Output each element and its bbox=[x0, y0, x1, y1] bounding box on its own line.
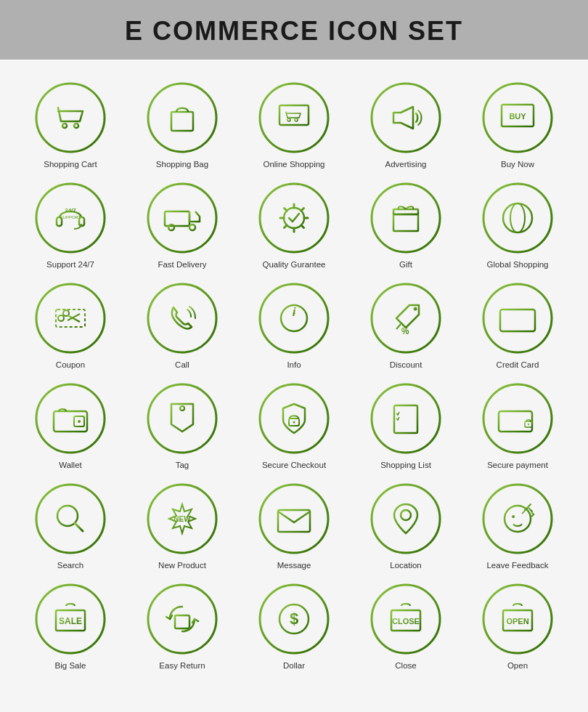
coupon-label: Coupon bbox=[56, 360, 85, 369]
big-sale-circle: SALE bbox=[34, 583, 107, 655]
credit-card-circle bbox=[481, 282, 554, 355]
svg-point-73 bbox=[148, 384, 216, 453]
svg-rect-70 bbox=[54, 411, 87, 432]
svg-point-90 bbox=[528, 424, 529, 425]
page-title: E COMMERCE ICON SET bbox=[0, 16, 588, 46]
gift-circle bbox=[369, 182, 442, 254]
big-sale-label: Big Sale bbox=[55, 661, 86, 670]
dollar-label: Dollar bbox=[283, 661, 305, 670]
credit-card-label: Credit Card bbox=[497, 360, 539, 369]
svg-point-85 bbox=[483, 384, 552, 453]
svg-text:%: % bbox=[401, 326, 409, 336]
icon-item-credit-card: Credit Card bbox=[465, 282, 570, 369]
svg-rect-7 bbox=[279, 105, 309, 125]
svg-point-98 bbox=[372, 485, 440, 553]
open-circle: OPEN bbox=[481, 583, 554, 655]
shopping-list-label: Shopping List bbox=[380, 461, 431, 469]
icon-item-online-shopping: Online Shopping bbox=[242, 81, 346, 169]
svg-text:CLOSE: CLOSE bbox=[392, 617, 420, 626]
discount-circle: % bbox=[369, 282, 442, 355]
close-circle: CLOSE bbox=[369, 583, 442, 655]
info-circle: i bbox=[258, 282, 330, 355]
icon-item-advertising: Advertising bbox=[354, 81, 458, 169]
svg-text:24/7: 24/7 bbox=[65, 207, 76, 214]
quality-guarantee-label: Quality Gurantee bbox=[263, 260, 326, 269]
discount-label: Discount bbox=[390, 360, 422, 369]
wallet-label: Wallet bbox=[59, 461, 82, 469]
leave-feedback-circle bbox=[481, 482, 554, 555]
svg-rect-28 bbox=[165, 211, 189, 226]
icon-item-quality-guarantee: Quality Gurantee bbox=[242, 182, 346, 269]
location-label: Location bbox=[390, 561, 421, 570]
icon-item-message: Message bbox=[242, 482, 346, 570]
page-header: E COMMERCE ICON SET bbox=[0, 0, 588, 60]
advertising-label: Advertising bbox=[385, 160, 427, 169]
shopping-bag-circle bbox=[146, 81, 219, 154]
svg-text:OPEN: OPEN bbox=[506, 617, 528, 626]
online-shopping-label: Online Shopping bbox=[263, 160, 324, 169]
svg-point-61 bbox=[414, 307, 417, 311]
shopping-bag-label: Shopping Bag bbox=[156, 160, 208, 169]
svg-marker-14 bbox=[393, 107, 413, 129]
online-shopping-circle bbox=[258, 81, 330, 154]
svg-text:NEW: NEW bbox=[173, 515, 191, 523]
svg-point-30 bbox=[168, 224, 174, 230]
icon-item-dollar: $ Dollar bbox=[242, 583, 346, 670]
svg-point-59 bbox=[293, 312, 295, 315]
svg-point-96 bbox=[260, 485, 328, 553]
secure-checkout-circle bbox=[258, 382, 330, 455]
advertising-circle bbox=[369, 81, 442, 154]
svg-rect-5 bbox=[171, 112, 193, 131]
icon-grid: Shopping Cart Shopping Bag bbox=[18, 81, 570, 670]
svg-line-63 bbox=[396, 324, 401, 329]
icon-item-shopping-list: Shopping List bbox=[354, 382, 458, 469]
svg-point-31 bbox=[189, 224, 195, 230]
icon-item-secure-payment: Secure payment bbox=[465, 382, 570, 469]
svg-text:SALE: SALE bbox=[59, 616, 82, 626]
icon-item-big-sale: SALE Big Sale bbox=[18, 583, 123, 670]
gift-label: Gift bbox=[399, 260, 412, 269]
location-circle bbox=[369, 482, 442, 555]
svg-point-12 bbox=[295, 118, 298, 121]
svg-point-11 bbox=[287, 118, 290, 121]
shopping-cart-label: Shopping Cart bbox=[44, 160, 97, 169]
quality-guarantee-circle bbox=[258, 182, 330, 254]
icon-item-shopping-bag: Shopping Bag bbox=[130, 81, 234, 169]
svg-point-0 bbox=[36, 84, 105, 152]
icon-item-easy-return: Easy Return bbox=[130, 583, 234, 670]
icon-item-search: Search bbox=[18, 482, 123, 570]
icon-item-close: CLOSE Close bbox=[354, 583, 458, 670]
fast-delivery-label: Fast Delivery bbox=[158, 260, 206, 269]
info-label: Info bbox=[287, 360, 301, 369]
call-circle bbox=[146, 282, 219, 355]
svg-text:SUPPORT: SUPPORT bbox=[60, 215, 81, 219]
icon-item-new-product: NEW New Product bbox=[130, 482, 234, 570]
icon-item-location: Location bbox=[354, 482, 458, 570]
svg-point-111 bbox=[148, 585, 216, 653]
icon-item-buy-now: BUY Buy Now bbox=[465, 81, 570, 169]
secure-payment-circle bbox=[481, 382, 554, 455]
tag-circle bbox=[146, 382, 219, 455]
svg-point-4 bbox=[148, 84, 216, 152]
buy-now-circle: BUY bbox=[481, 81, 554, 154]
easy-return-label: Easy Return bbox=[159, 661, 205, 670]
icon-item-leave-feedback: Leave Feedback bbox=[465, 482, 570, 570]
svg-rect-97 bbox=[278, 510, 310, 532]
icon-item-shopping-cart: Shopping Cart bbox=[18, 81, 123, 169]
svg-point-74 bbox=[180, 406, 184, 410]
shopping-list-circle bbox=[369, 382, 442, 455]
svg-point-102 bbox=[512, 515, 515, 518]
leave-feedback-label: Leave Feedback bbox=[486, 561, 548, 570]
svg-text:i: i bbox=[293, 306, 296, 318]
global-shopping-label: Global Shopping bbox=[486, 260, 548, 269]
svg-point-13 bbox=[372, 84, 440, 152]
main-content: Shopping Cart Shopping Bag bbox=[0, 60, 588, 712]
svg-point-60 bbox=[372, 284, 440, 352]
easy-return-circle bbox=[146, 583, 219, 655]
wallet-circle bbox=[34, 382, 107, 455]
new-product-label: New Product bbox=[158, 561, 206, 570]
new-product-circle: NEW bbox=[146, 482, 219, 555]
search-label: Search bbox=[57, 561, 83, 570]
svg-rect-65 bbox=[500, 310, 535, 331]
support-247-label: Support 24/7 bbox=[46, 260, 94, 269]
